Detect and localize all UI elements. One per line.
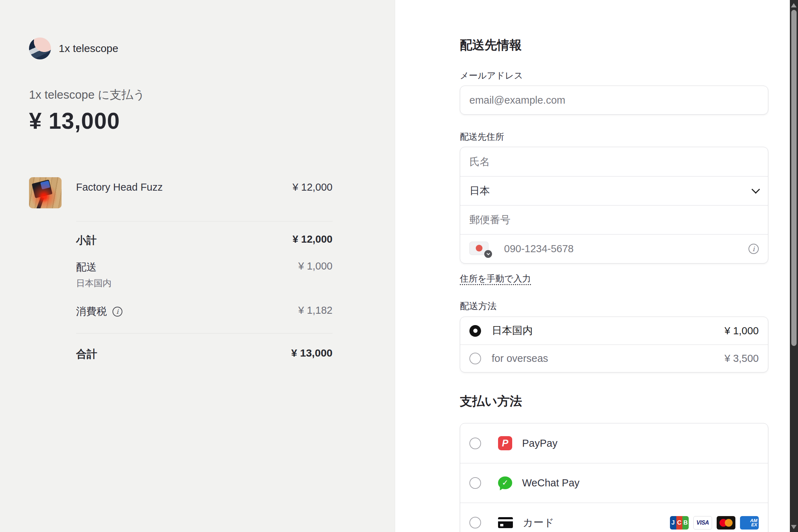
payment-option-label: カード — [523, 516, 554, 530]
shipping-row: 配送 日本国内 ¥ 1,000 — [76, 260, 332, 289]
shipping-option-label: 日本国内 — [492, 324, 533, 338]
merchant-name: 1x telescope — [59, 42, 118, 54]
phone-input[interactable] — [504, 235, 748, 263]
summary-divider — [76, 221, 332, 221]
radio-icon[interactable] — [469, 517, 481, 528]
shipping-value: ¥ 1,000 — [298, 260, 332, 272]
shipping-method-group: 日本国内 ¥ 1,000 for overseas ¥ 3,500 — [460, 317, 768, 372]
mastercard-icon — [717, 516, 735, 530]
subtotal-row: 小計 ¥ 12,000 — [76, 233, 332, 248]
visa-icon: VISA — [693, 516, 712, 530]
payment-method-title: 支払い方法 — [460, 393, 768, 410]
product-image — [29, 177, 62, 208]
tax-info-icon[interactable]: i — [112, 307, 122, 317]
tax-value: ¥ 1,182 — [298, 305, 332, 316]
subtotal-label: 小計 — [76, 233, 97, 248]
shipping-info-title: 配送先情報 — [460, 37, 768, 53]
email-label: メールアドレス — [460, 70, 768, 81]
amex-icon: AMEX — [740, 516, 759, 530]
radio-icon[interactable] — [469, 477, 481, 489]
payment-option-card[interactable]: カード JCB VISA AMEX — [460, 503, 768, 532]
shipping-method-label: 配送方法 — [460, 300, 768, 312]
address-fieldset: 日本 i — [460, 147, 768, 264]
tax-row: 消費税 i ¥ 1,182 — [76, 305, 332, 319]
email-input[interactable] — [460, 86, 768, 115]
payment-option-label: WeChat Pay — [522, 477, 579, 489]
phone-field-row: i — [460, 234, 768, 263]
wechat-pay-icon: ✓ — [498, 476, 512, 490]
scroll-up-arrow-icon[interactable] — [791, 3, 797, 7]
country-select[interactable]: 日本 — [460, 176, 768, 205]
radio-icon[interactable] — [469, 353, 481, 364]
shipping-option-label: for overseas — [492, 353, 548, 364]
shipping-option-overseas[interactable]: for overseas ¥ 3,500 — [460, 345, 768, 372]
shipping-option-price: ¥ 1,000 — [724, 325, 759, 337]
name-field-row — [460, 147, 768, 176]
credit-card-icon — [498, 517, 513, 528]
phone-info-icon[interactable]: i — [748, 244, 759, 254]
merchant-header: 1x telescope — [29, 37, 395, 59]
name-input[interactable] — [469, 147, 759, 176]
subtotal-value: ¥ 12,000 — [293, 233, 332, 245]
total-value: ¥ 13,000 — [291, 347, 332, 359]
product-name: Factory Head Fuzz — [76, 181, 163, 208]
postal-field-row — [460, 205, 768, 234]
shipping-option-price: ¥ 3,500 — [724, 353, 759, 364]
product-price: ¥ 12,000 — [293, 181, 332, 208]
pay-to-line: 1x telescope に支払う — [29, 87, 395, 103]
radio-icon[interactable] — [469, 438, 481, 449]
shipping-address-label: 配送先住所 — [460, 131, 768, 143]
scrollbar-thumb[interactable] — [791, 10, 797, 346]
payment-option-wechat-pay[interactable]: ✓ WeChat Pay — [460, 463, 768, 503]
flag-chevron-badge — [484, 250, 492, 258]
total-divider — [76, 333, 332, 334]
jcb-icon: JCB — [670, 516, 689, 530]
radio-selected-icon[interactable] — [469, 325, 481, 337]
tax-label: 消費税 — [76, 305, 107, 319]
shipping-option-domestic[interactable]: 日本国内 ¥ 1,000 — [460, 317, 768, 345]
scroll-down-arrow-icon[interactable] — [791, 525, 797, 529]
payment-method-group: P PayPay ✓ WeChat Pay カード JC — [460, 423, 768, 532]
total-amount: ¥ 13,000 — [29, 108, 395, 134]
paypay-icon: P — [498, 436, 512, 450]
country-value: 日本 — [469, 184, 490, 198]
card-brand-icons: JCB VISA AMEX — [670, 516, 759, 530]
postal-code-input[interactable] — [469, 206, 759, 234]
vertical-scrollbar[interactable] — [790, 0, 798, 532]
order-summary-panel: 1x telescope 1x telescope に支払う ¥ 13,000 … — [0, 0, 395, 532]
chevron-down-icon — [751, 185, 760, 193]
line-item-row: Factory Head Fuzz ¥ 12,000 — [29, 177, 332, 208]
payment-option-paypay[interactable]: P PayPay — [460, 423, 768, 463]
total-row: 合計 ¥ 13,000 — [76, 347, 332, 362]
manual-address-link[interactable]: 住所を手動で入力 — [460, 273, 531, 284]
shipping-note: 日本国内 — [76, 277, 111, 289]
merchant-avatar — [29, 37, 51, 59]
phone-country-selector[interactable] — [469, 242, 490, 256]
checkout-form-panel: 配送先情報 メールアドレス 配送先住所 日本 i — [395, 0, 790, 532]
payment-option-label: PayPay — [522, 438, 557, 449]
total-label: 合計 — [76, 347, 97, 362]
shipping-label: 配送 — [76, 261, 97, 273]
